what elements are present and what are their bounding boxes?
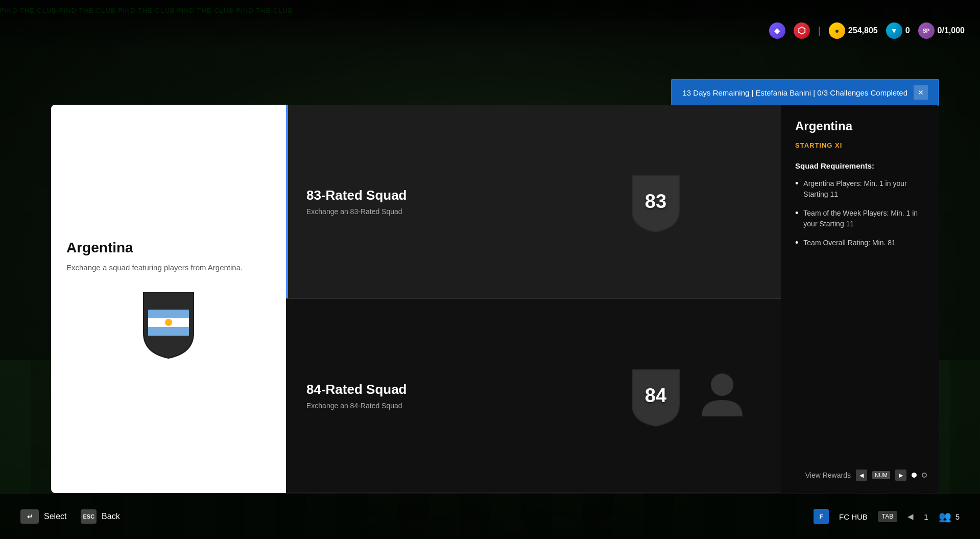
banner-close-button[interactable]: ✕ <box>914 85 928 100</box>
challenge-item-84[interactable]: 84-Rated Squad Exchange an 84-Rated Squa… <box>286 299 781 493</box>
bottom-bar: ↵ Select ESC Back F FC HUB TAB ◀ 1 👥 5 <box>0 494 980 539</box>
sp-icon: SP <box>918 22 935 39</box>
requirements-title: Squad Requirements: <box>795 161 925 170</box>
badge-84-number: 84 <box>645 385 666 407</box>
nav-prev-button[interactable]: ◀ <box>856 470 867 481</box>
shield-badge <box>138 287 199 359</box>
page-number: 1 <box>924 512 928 521</box>
challenge-83-desc: Exchange an 83-Rated Squad <box>306 207 617 216</box>
back-control[interactable]: ESC Back <box>81 509 119 524</box>
back-button-icon: ESC <box>81 509 97 524</box>
argentina-badge <box>138 287 199 359</box>
players-count: 5 <box>955 512 960 521</box>
bottom-controls-left: ↵ Select ESC Back <box>20 509 120 524</box>
argentina-title: Argentina <box>66 240 271 256</box>
currency-coins: ● 254,805 <box>829 22 878 39</box>
nav-left-arrow: ◀ <box>907 512 914 521</box>
coin-icon: ● <box>829 22 845 39</box>
triangle-icon: ▼ <box>886 22 902 39</box>
requirement-1-text: Argentina Players: Min. 1 in your Starti… <box>803 178 925 200</box>
challenge-84-title: 84-Rated Squad <box>306 382 617 397</box>
currency-diamond[interactable]: ◆ <box>769 22 785 39</box>
currency-shield[interactable]: ⬡ <box>794 22 810 39</box>
argentina-description: Exchange a squad featuring players from … <box>66 262 271 273</box>
flag-mid-stripe <box>148 318 189 327</box>
main-layout: Argentina Exchange a squad featuring pla… <box>51 105 939 493</box>
requirement-2: • Team of the Week Players: Min. 1 in yo… <box>795 208 925 229</box>
challenge-83-info: 83-Rated Squad Exchange an 83-Rated Squa… <box>306 188 617 216</box>
separator: | <box>818 25 821 37</box>
tab-button[interactable]: TAB <box>878 511 897 522</box>
requirement-1: • Argentina Players: Min. 1 in your Star… <box>795 178 925 200</box>
flag-sun <box>165 319 172 326</box>
num-label: NUM <box>872 471 890 479</box>
diamond-icon: ◆ <box>769 22 785 39</box>
svg-point-0 <box>711 373 733 396</box>
requirement-3: • Team Overall Rating: Min. 81 <box>795 238 925 249</box>
select-button-icon: ↵ <box>20 509 39 524</box>
page-dot-2 <box>922 473 927 478</box>
center-panel: 83-Rated Squad Exchange an 83-Rated Squa… <box>286 105 781 493</box>
argentina-flag <box>148 310 189 336</box>
right-panel-subtitle: STARTING XI <box>795 142 925 149</box>
flag-bot-stripe <box>148 327 189 336</box>
select-control[interactable]: ↵ Select <box>20 509 66 524</box>
challenge-84-desc: Exchange an 84-Rated Squad <box>306 402 617 410</box>
challenge-84-info: 84-Rated Squad Exchange an 84-Rated Squa… <box>306 382 617 410</box>
requirement-2-text: Team of the Week Players: Min. 1 in your… <box>803 208 925 229</box>
triangle-value: 0 <box>905 26 910 35</box>
bullet-2: • <box>795 208 798 219</box>
currency-area: ◆ ⬡ | ● 254,805 ▼ 0 SP 0/1,000 <box>769 22 965 39</box>
requirement-3-text: Team Overall Rating: Min. 81 <box>803 238 896 248</box>
challenge-84-badge: 84 <box>628 365 684 427</box>
select-label: Select <box>44 512 66 521</box>
players-icon: 👥 <box>939 510 951 523</box>
sp-value: 0/1,000 <box>938 26 965 35</box>
challenge-83-badge: 83 <box>628 171 684 232</box>
challenge-83-title: 83-Rated Squad <box>306 188 617 203</box>
coin-value: 254,805 <box>848 26 878 35</box>
back-label: Back <box>102 512 120 521</box>
players-indicator: 👥 5 <box>939 510 960 523</box>
bullet-3: • <box>795 238 798 249</box>
currency-sp: SP 0/1,000 <box>918 22 965 39</box>
badge-83-number: 83 <box>645 191 666 213</box>
top-bar: ◆ ⬡ | ● 254,805 ▼ 0 SP 0/1,000 <box>0 0 980 51</box>
banner-text: 13 Days Remaining | Estefania Banini | 0… <box>682 88 907 97</box>
flag-top-stripe <box>148 310 189 318</box>
nav-next-button[interactable]: ▶ <box>895 470 906 481</box>
bottom-controls-right: F FC HUB TAB ◀ 1 👥 5 <box>814 509 960 524</box>
challenge-item-83[interactable]: 83-Rated Squad Exchange an 83-Rated Squa… <box>286 105 781 299</box>
badge-84: 84 <box>628 365 684 427</box>
fc-hub-label: FC HUB <box>839 512 868 521</box>
currency-triangle: ▼ 0 <box>886 22 910 39</box>
reward-placeholder-84 <box>684 358 760 434</box>
badge-83: 83 <box>628 171 684 232</box>
right-panel: Argentina STARTING XI Squad Requirements… <box>781 105 939 493</box>
page-dot-1 <box>912 473 917 478</box>
view-rewards[interactable]: View Rewards ◀ NUM ▶ <box>805 470 927 481</box>
shield-icon: ⬡ <box>794 22 810 39</box>
bullet-1: • <box>795 178 798 190</box>
left-panel: Argentina Exchange a squad featuring pla… <box>51 105 286 493</box>
fc-hub-icon: F <box>814 509 829 524</box>
right-panel-title: Argentina <box>795 119 925 133</box>
challenge-banner: 13 Days Remaining | Estefania Banini | 0… <box>671 79 939 106</box>
view-rewards-label: View Rewards <box>805 471 851 479</box>
reward-placeholder-83 <box>684 163 760 240</box>
selected-indicator <box>286 105 288 298</box>
